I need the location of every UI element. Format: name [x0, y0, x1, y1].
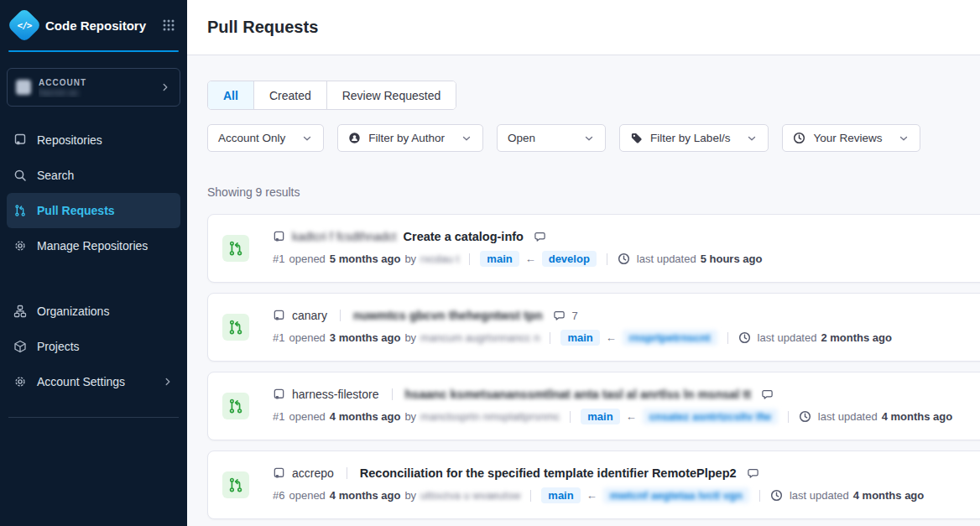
filter-your-reviews[interactable]: Your Reviews: [782, 124, 920, 152]
sidebar-item-pull-requests[interactable]: Pull Requests: [7, 193, 180, 228]
repo-name[interactable]: canary: [292, 309, 327, 322]
repo-icon: [13, 133, 27, 147]
target-branch-badge[interactable]: main: [560, 330, 599, 346]
tab-created[interactable]: Created: [254, 81, 327, 109]
divider: [392, 388, 393, 400]
pr-number: #6: [273, 489, 284, 502]
clock-icon: [793, 132, 805, 144]
divider: [530, 490, 531, 502]
author-masked: manctssprtn nmsplattprsnmc: [420, 410, 560, 423]
sidebar-item-manage-repositories[interactable]: Manage Repositories: [7, 228, 180, 263]
divider: [727, 332, 728, 344]
repo-name-masked: kadtcri f fcsdthnadct: [292, 230, 397, 243]
pr-title-masked[interactable]: hsaanc ksmetsananssmtlnat anta tasl al a…: [405, 388, 752, 401]
account-name-masked: hacrsn ac: [39, 87, 152, 97]
author-masked: uttsvzva u wvaeutsw: [420, 489, 520, 502]
results-summary: Showing 9 results: [207, 185, 980, 199]
branch-arrow: ←: [524, 253, 538, 265]
pr-number: #1: [273, 253, 284, 265]
target-branch-badge[interactable]: main: [480, 251, 519, 267]
user-icon: [348, 132, 361, 144]
filter-bar: Account Only Filter by Author Open Filte…: [207, 124, 980, 152]
pr-open-icon: [222, 471, 249, 498]
divider: [347, 467, 347, 479]
filter-by-author[interactable]: Filter by Author: [337, 124, 483, 152]
target-branch-badge[interactable]: main: [581, 409, 619, 424]
clock-icon: [770, 489, 783, 502]
pr-open-icon: [222, 235, 249, 262]
pull-request-icon: [13, 204, 27, 217]
sidebar-item-repositories[interactable]: Repositories: [7, 122, 180, 158]
source-branch-badge-masked[interactable]: mwtcnf aegtetaa lvctl vgn: [603, 487, 749, 503]
author-masked: mancum augrtsnnancc n: [420, 331, 540, 344]
filter-account-only[interactable]: Account Only: [207, 124, 324, 152]
tab-all[interactable]: All: [208, 81, 254, 109]
opened-ago: 4 months ago: [330, 489, 401, 502]
updated-ago: 5 hours ago: [701, 253, 763, 265]
apps-grid-icon[interactable]: [162, 18, 175, 32]
divider: [788, 411, 789, 423]
sidebar-item-account-settings[interactable]: Account Settings: [7, 364, 180, 399]
opened-ago: 4 months ago: [330, 410, 401, 423]
chevron-down-icon: [461, 133, 472, 144]
gear-icon: [13, 239, 27, 253]
comment-icon: [747, 467, 759, 480]
brand-underline: [8, 50, 179, 52]
source-branch-badge[interactable]: develop: [542, 251, 597, 267]
pr-row[interactable]: harness-filestore hsaanc ksmetsananssmtl…: [207, 372, 980, 440]
updated-ago: 4 months ago: [853, 489, 925, 502]
filter-state-open[interactable]: Open: [497, 124, 606, 152]
repo-name[interactable]: harness-filestore: [292, 388, 379, 401]
source-branch-badge-masked[interactable]: rnsprtpetrnscnt: [623, 330, 717, 346]
pr-number: #1: [273, 410, 284, 423]
chevron-down-icon: [898, 133, 910, 144]
opened-ago: 3 months ago: [330, 331, 401, 344]
sidebar-header: </> Code Repository: [0, 0, 187, 50]
app-logo-icon: </>: [7, 8, 42, 43]
target-branch-badge[interactable]: main: [541, 487, 580, 503]
clock-icon: [799, 410, 811, 423]
sidebar-divider: [8, 417, 179, 418]
sidebar-item-projects[interactable]: Projects: [7, 329, 180, 364]
pr-open-icon: [222, 393, 249, 419]
divider: [469, 253, 470, 265]
page-title: Pull Requests: [207, 18, 318, 37]
branch-arrow: ←: [585, 489, 599, 502]
comment-icon: [761, 388, 774, 401]
repo-icon: [273, 231, 285, 243]
sidebar-item-organizations[interactable]: Organizations: [7, 294, 180, 329]
updated-ago: 4 months ago: [882, 410, 953, 423]
account-label: ACCOUNT: [39, 78, 152, 87]
filter-by-labels[interactable]: Filter by Label/s: [619, 124, 769, 152]
chevron-down-icon: [583, 133, 595, 144]
pr-row[interactable]: kadtcri f fcsdthnadct Create a catalog-i…: [207, 214, 980, 283]
chevron-right-icon: [162, 376, 174, 388]
tag-icon: [630, 132, 643, 144]
divider: [759, 490, 760, 502]
pr-title-masked[interactable]: nuwmtcs gbcvn thehegntwst tpn: [353, 309, 543, 322]
pr-row[interactable]: canary nuwmtcs gbcvn thehegntwst tpn 7 #…: [207, 293, 980, 362]
source-branch-badge-masked[interactable]: cnsatez asntrtzcsltv lfw: [643, 409, 778, 424]
pr-row[interactable]: accrepo Reconciliation for the specified…: [207, 450, 980, 519]
tab-review-requested[interactable]: Review Requested: [327, 81, 456, 109]
divider: [570, 411, 571, 423]
sidebar: </> Code Repository ACCOUNT hacrsn ac Re…: [0, 0, 187, 526]
gear-icon: [13, 375, 27, 388]
comment-icon: [553, 310, 566, 322]
repo-icon: [273, 388, 285, 401]
branch-arrow: ←: [624, 410, 639, 423]
pr-tabs: All Created Review Requested: [207, 81, 456, 110]
divider: [607, 253, 607, 265]
updated-ago: 2 months ago: [821, 331, 892, 344]
comment-count: 7: [572, 310, 578, 322]
chevron-right-icon: [159, 81, 171, 93]
account-selector[interactable]: ACCOUNT hacrsn ac: [7, 68, 180, 107]
divider: [340, 310, 341, 321]
sidebar-item-search[interactable]: Search: [7, 158, 180, 193]
pr-number: #1: [273, 331, 284, 344]
repo-name[interactable]: accrepo: [292, 466, 334, 480]
pr-title[interactable]: Create a catalog-info: [404, 230, 524, 243]
divider: [550, 332, 550, 344]
pr-title[interactable]: Reconciliation for the specified templat…: [360, 466, 737, 480]
page-header: Pull Requests: [187, 0, 980, 55]
